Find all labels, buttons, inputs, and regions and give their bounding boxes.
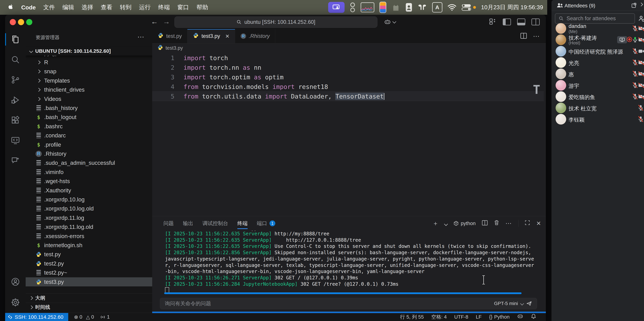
- pop-out-icon[interactable]: [631, 3, 637, 9]
- badge-id-icon[interactable]: [406, 3, 412, 12]
- attendee-row[interactable]: 技术-蒋建涛(Host): [552, 34, 644, 45]
- explorer-item-.sudo_as_admin_successful[interactable]: .sudo_as_admin_successful: [26, 158, 152, 168]
- camera-off-icon[interactable]: [638, 59, 644, 66]
- code-line[interactable]: 1import torch: [152, 53, 544, 63]
- panel-tab-问题[interactable]: 问题: [164, 216, 174, 231]
- explorer-item-snap[interactable]: snap: [26, 67, 152, 76]
- explorer-item-.viminfo[interactable]: .viminfo: [26, 168, 152, 177]
- camera-off-icon[interactable]: [638, 25, 644, 32]
- explorer-item-R[interactable]: R: [26, 58, 152, 67]
- window-minimize-button[interactable]: [18, 19, 24, 25]
- explorer-item-.xorgxrdp.11.log[interactable]: .xorgxrdp.11.log: [26, 213, 152, 222]
- eol-sequence[interactable]: LF: [476, 314, 482, 320]
- apple-menu-icon[interactable]: [8, 4, 14, 11]
- code-line[interactable]: 3import torch.optim as optim: [152, 72, 544, 82]
- indentation[interactable]: 空格: 4: [431, 314, 447, 320]
- chevron-down-icon[interactable]: [393, 20, 396, 24]
- navigate-back-icon[interactable]: ←: [151, 18, 158, 26]
- remote-explorer-icon[interactable]: [5, 132, 26, 149]
- editor-more-actions-icon[interactable]: ⋯: [533, 32, 540, 40]
- control-center-icon[interactable]: [462, 4, 471, 11]
- explorer-more-actions-icon[interactable]: ⋯: [137, 33, 145, 41]
- terminal-profile[interactable]: python: [454, 221, 476, 226]
- explorer-item-test2.py~[interactable]: test2.py~: [26, 268, 152, 277]
- toggle-sidebar-icon[interactable]: [503, 19, 511, 25]
- attendee-row[interactable]: 李钰颖: [552, 114, 644, 125]
- panel-tab-调试控制台[interactable]: 调试控制台: [202, 216, 228, 231]
- ports-indicator[interactable]: 1: [100, 314, 110, 320]
- input-method-icon[interactable]: A: [432, 2, 442, 13]
- attendee-row[interactable]: 技术 杜立宽: [552, 102, 644, 114]
- explorer-item-.xorgxrdp.10.log.old[interactable]: .xorgxrdp.10.log.old: [26, 204, 152, 213]
- menu-item[interactable]: 文件: [43, 4, 55, 11]
- extensions-icon[interactable]: [5, 112, 26, 129]
- notifications-bell-icon[interactable]: [531, 313, 536, 320]
- camera-off-icon[interactable]: [638, 36, 644, 43]
- menu-app-name[interactable]: Code: [21, 4, 36, 11]
- tab-.Rhistory[interactable]: R.Rhistory: [235, 29, 275, 43]
- explorer-icon[interactable]: [5, 31, 26, 48]
- mic-muted-icon[interactable]: [638, 116, 644, 123]
- cursor-position[interactable]: 行 5, 列 55: [400, 314, 424, 320]
- explorer-item-test2.py[interactable]: test2.py: [26, 259, 152, 268]
- close-icon[interactable]: ✕: [225, 33, 230, 39]
- explorer-item-.Rhistory[interactable]: R.Rhistory: [26, 149, 152, 158]
- cat-menubar-icon[interactable]: [392, 3, 400, 12]
- terminal-horizontal-scrollbar[interactable]: [164, 292, 522, 294]
- explorer-item-.xorgxrdp.11.log.old[interactable]: .xorgxrdp.11.log.old: [26, 223, 152, 232]
- menu-item[interactable]: 转到: [120, 4, 132, 11]
- kill-terminal-icon[interactable]: [494, 220, 499, 227]
- explorer-item-test3.py[interactable]: test3.py: [26, 277, 152, 286]
- code-line[interactable]: 4from torchvision.models import resnet18: [152, 82, 544, 91]
- new-terminal-icon[interactable]: ＋: [432, 219, 438, 228]
- panel-tab-端口[interactable]: 端口1: [257, 216, 275, 231]
- panel-more-actions-icon[interactable]: ⋯: [506, 220, 512, 227]
- menu-item[interactable]: 查看: [101, 4, 112, 11]
- command-center-search[interactable]: ubuntu [SSH: 100.114.252.60]: [174, 17, 378, 28]
- mic-muted-icon[interactable]: [632, 93, 639, 100]
- camera-off-icon[interactable]: [638, 70, 644, 77]
- attendee-search-input[interactable]: Search for attendees: [555, 13, 635, 24]
- explorer-item-.bashrc[interactable]: $.bashrc: [26, 122, 152, 131]
- toggle-panel-icon[interactable]: [517, 19, 525, 25]
- menu-item[interactable]: 窗口: [177, 4, 189, 11]
- chevron-down-icon[interactable]: [520, 302, 524, 305]
- menu-item[interactable]: 编辑: [62, 4, 74, 11]
- navigate-forward-icon[interactable]: →: [163, 18, 170, 26]
- send-icon[interactable]: [526, 301, 532, 306]
- section-时间线[interactable]: 时间线: [26, 303, 152, 311]
- mic-muted-icon[interactable]: [632, 48, 639, 55]
- explorer-section-header[interactable]: UBUNTU [SSH: 100.114.252.60]: [26, 47, 152, 56]
- explorer-item-.xsession-errors[interactable]: .xsession-errors: [26, 232, 152, 241]
- attendee-row[interactable]: 中国经济研究院 熊泽源: [552, 46, 644, 57]
- language-mode[interactable]: {} Python: [489, 314, 510, 320]
- explorer-item-Templates[interactable]: Templates: [26, 76, 152, 85]
- chat-sparkle-icon[interactable]: [5, 152, 26, 169]
- menu-item[interactable]: 选择: [82, 4, 93, 11]
- attendee-row[interactable]: 光亮: [552, 57, 644, 68]
- airpods-icon[interactable]: [418, 4, 427, 11]
- explorer-item-thinclient_drives[interactable]: thinclient_drives: [26, 85, 152, 94]
- explorer-item-test.py[interactable]: test.py: [26, 250, 152, 259]
- problems-indicator[interactable]: ⊗0 △0: [74, 314, 94, 320]
- menu-item[interactable]: 运行: [139, 4, 151, 11]
- remote-indicator[interactable]: SSH: 100.114.252.60: [5, 313, 68, 321]
- code-line[interactable]: 2import torch.nn as nn: [152, 63, 544, 72]
- menu-item[interactable]: 终端: [158, 4, 170, 11]
- close-panel-icon[interactable]: ✕: [536, 220, 541, 227]
- explorer-item-internetlogin.sh[interactable]: $internetlogin.sh: [26, 241, 152, 250]
- window-close-button[interactable]: [10, 19, 16, 25]
- camera-off-icon[interactable]: [638, 82, 644, 89]
- run-debug-icon[interactable]: [5, 91, 26, 109]
- mic-muted-icon[interactable]: [632, 70, 639, 77]
- tab-test.py[interactable]: test.py: [152, 29, 188, 43]
- maximize-panel-icon[interactable]: [525, 220, 530, 227]
- explorer-item-.wget-hsts[interactable]: .wget-hsts: [26, 177, 152, 186]
- explorer-item-.bash_logout[interactable]: $.bash_logout: [26, 113, 152, 122]
- attendee-row[interactable]: 惠: [552, 68, 644, 79]
- source-control-icon[interactable]: [5, 71, 26, 88]
- panel-tab-终端[interactable]: 终端: [237, 216, 248, 231]
- camera-off-icon[interactable]: [638, 93, 644, 100]
- terminal-dropdown-icon[interactable]: [444, 220, 447, 227]
- mic-muted-icon[interactable]: [632, 82, 639, 89]
